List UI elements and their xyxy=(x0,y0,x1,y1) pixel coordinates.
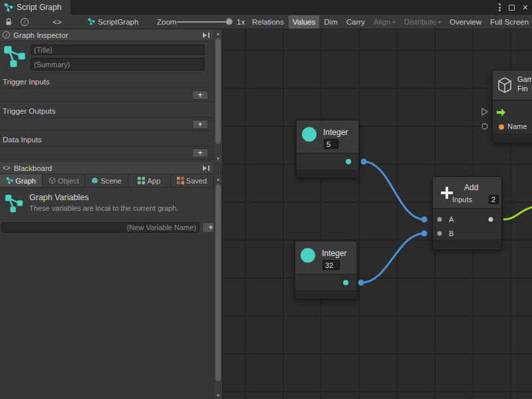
integer-icon xyxy=(302,127,317,142)
trigger-outputs-list: + xyxy=(0,118,213,131)
dock-panel-icon[interactable] xyxy=(201,32,211,39)
dim-button[interactable]: Dim xyxy=(320,15,341,29)
maximize-icon[interactable] xyxy=(509,5,515,11)
tab-scene[interactable]: Scene xyxy=(85,174,128,187)
zoom-label: Zoom xyxy=(157,15,176,29)
object-tab-icon xyxy=(49,177,56,184)
graph-toolbar: i <> ScriptGraph Zoom 1x Relations Value… xyxy=(0,15,532,29)
add-trigger-input-button[interactable]: + xyxy=(192,90,208,100)
scrollbar-thumb[interactable] xyxy=(215,39,221,144)
saved-tab-icon xyxy=(177,177,184,184)
integer-value-field[interactable]: 32 xyxy=(323,260,340,270)
node-partial[interactable]: Gam Fin Name xyxy=(492,70,532,143)
dock-panel-icon[interactable] xyxy=(201,165,211,172)
partial-name-input-port[interactable] xyxy=(482,124,487,129)
overview-button[interactable]: Overview xyxy=(446,15,485,29)
scene-tab-icon xyxy=(91,177,98,184)
script-graph-window: Script Graph × i <> xyxy=(0,0,532,399)
add-input-b-connection-dot[interactable] xyxy=(422,231,428,237)
node-add[interactable]: Add Inputs 2 A B xyxy=(432,176,502,250)
toolbar-buttons: Relations Values Dim Carry Align▾ Distri… xyxy=(248,15,532,29)
tab-graph[interactable]: Graph xyxy=(0,174,43,187)
graph-variables-subtitle: These variables are local to the current… xyxy=(29,204,178,212)
graph-asset-label: ScriptGraph xyxy=(88,15,138,29)
inspector-scrollbar[interactable]: ▲ ▼ xyxy=(213,29,222,162)
inputs-count-field[interactable]: 2 xyxy=(489,195,499,204)
distribute-button[interactable]: Distribute▾ xyxy=(400,15,445,29)
graph-inspector-header: i Graph Inspector xyxy=(0,29,213,41)
graph-title-input[interactable]: (Title) xyxy=(31,45,205,55)
blackboard-header: <> Blackboard xyxy=(0,162,213,174)
graph-tab-icon xyxy=(6,177,13,184)
graph-variables-icon xyxy=(4,193,24,214)
node-title-line1: Gam xyxy=(517,75,532,83)
tab-saved[interactable]: Saved xyxy=(171,174,213,187)
scroll-up-icon[interactable]: ▲ xyxy=(214,29,222,37)
node-integer-32[interactable]: Integer 32 xyxy=(295,241,357,299)
carry-button[interactable]: Carry xyxy=(342,15,369,29)
blackboard-title: Blackboard xyxy=(14,164,53,172)
node-integer-5[interactable]: Integer 5 xyxy=(296,120,359,178)
window-controls: × xyxy=(499,0,528,15)
window-menu-icon[interactable] xyxy=(499,3,501,13)
integer32-connection-dot[interactable] xyxy=(358,280,364,286)
scroll-down-icon[interactable]: ▼ xyxy=(214,391,222,399)
graph-asset-icon xyxy=(88,18,95,25)
scroll-down-icon[interactable]: ▼ xyxy=(214,154,222,162)
window-tab-script-graph[interactable]: Script Graph xyxy=(0,0,70,15)
fullscreen-button[interactable]: Full Screen xyxy=(486,15,532,29)
node-title: Integer xyxy=(322,249,346,258)
zoom-value: 1x xyxy=(237,15,245,29)
app-tab-icon xyxy=(138,177,145,184)
lock-icon[interactable] xyxy=(1,15,16,29)
integer-value-field[interactable]: 5 xyxy=(324,139,338,149)
info-icon: i xyxy=(3,31,10,39)
new-variable-input[interactable]: (New Variable Name) xyxy=(1,222,200,233)
window-tab-title: Script Graph xyxy=(17,3,61,12)
integer-icon xyxy=(301,248,315,263)
gameobject-cube-icon xyxy=(497,76,513,94)
zoom-slider-track[interactable] xyxy=(177,21,233,23)
tab-app[interactable]: App xyxy=(128,174,171,187)
name-port-label: Name xyxy=(507,122,527,130)
scroll-up-icon[interactable]: ▲ xyxy=(214,175,222,183)
node-title: Integer xyxy=(323,128,348,137)
name-port-dot[interactable] xyxy=(499,124,504,130)
trigger-inputs-list: + xyxy=(0,88,213,102)
side-panel: i Graph Inspector (Title) (Summary) Trig… xyxy=(0,29,223,399)
partial-flow-input-port[interactable] xyxy=(482,108,487,115)
graph-summary-input[interactable]: (Summary) xyxy=(31,58,205,70)
node-title-line2: Fin xyxy=(517,84,527,92)
flow-arrow-icon xyxy=(497,108,506,117)
graph-canvas[interactable]: Integer 5 Integer 32 Add Inputs xyxy=(223,29,532,399)
values-button[interactable]: Values xyxy=(289,15,319,29)
wire-add-output xyxy=(503,207,532,219)
wire-integer5-to-add-a xyxy=(364,162,424,219)
blackboard-tabs: Graph Object Scene App xyxy=(0,174,213,188)
graph-asset-name: ScriptGraph xyxy=(98,18,138,26)
scrollbar-thumb[interactable] xyxy=(215,184,221,381)
add-data-input-button[interactable]: + xyxy=(192,148,208,158)
info-icon[interactable]: i xyxy=(17,15,32,29)
section-trigger-inputs: Trigger Inputs xyxy=(3,78,50,86)
add-input-a-connection-dot[interactable] xyxy=(422,217,428,223)
graph-inspector-title: Graph Inspector xyxy=(13,31,68,39)
align-button[interactable]: Align▾ xyxy=(370,15,400,29)
code-preview-button[interactable]: <> xyxy=(37,15,77,29)
add-trigger-output-button[interactable]: + xyxy=(192,120,208,129)
window-titlebar: Script Graph × xyxy=(0,0,532,15)
close-icon[interactable]: × xyxy=(523,0,528,15)
script-graph-icon xyxy=(4,3,13,12)
relations-button[interactable]: Relations xyxy=(248,15,288,29)
tab-object[interactable]: Object xyxy=(43,174,85,187)
graph-variables-title: Graph Variables xyxy=(29,193,88,202)
chevron-down-icon: ▾ xyxy=(392,19,395,25)
graph-icon xyxy=(3,44,27,69)
blackboard-scrollbar[interactable]: ▲ ▼ xyxy=(213,175,222,399)
section-trigger-outputs: Trigger Outputs xyxy=(3,107,55,115)
integer5-connection-dot[interactable] xyxy=(361,159,367,165)
port-b-label: B xyxy=(449,229,454,237)
data-inputs-list: + xyxy=(0,146,213,160)
zoom-slider-handle[interactable] xyxy=(225,18,233,25)
node-title: Add xyxy=(464,183,478,192)
